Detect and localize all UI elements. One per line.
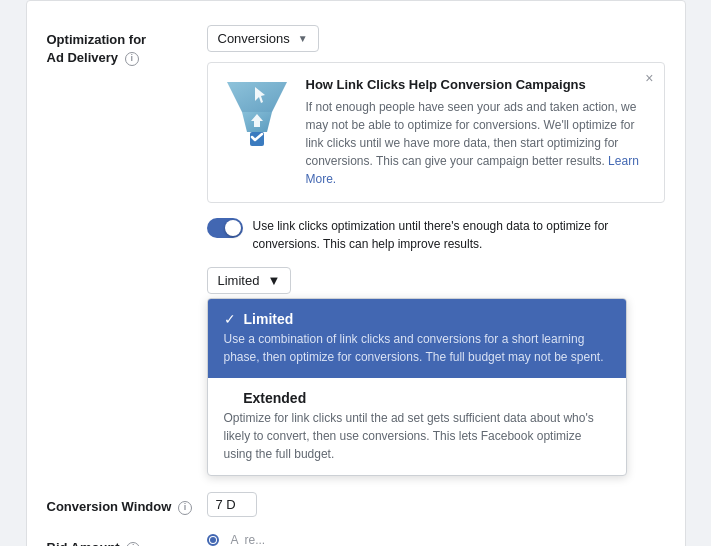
conversion-window-content: 7 D <box>207 492 665 517</box>
conversion-window-input[interactable]: 7 D <box>207 492 257 517</box>
limited-dropdown-chevron: ▼ <box>267 273 280 288</box>
menu-item-extended[interactable]: Extended Optimize for link clicks until … <box>208 378 626 475</box>
toggle-row: Use link clicks optimization until there… <box>207 217 665 253</box>
info-box-title: How Link Clicks Help Conversion Campaign… <box>306 77 648 92</box>
conversions-dropdown-label: Conversions <box>218 31 290 46</box>
conversion-window-info-icon[interactable]: i <box>178 501 192 515</box>
info-box: × <box>207 62 665 203</box>
bid-amount-label: Bid Amount i <box>47 533 207 546</box>
bid-auto-note: re... <box>245 533 266 546</box>
toggle-label: Use link clicks optimization until there… <box>253 217 665 253</box>
conversions-dropdown-button[interactable]: Conversions ▼ <box>207 25 319 52</box>
conversion-window-label: Conversion Window i <box>47 492 207 516</box>
bid-auto-label: A <box>231 533 239 546</box>
close-button[interactable]: × <box>645 71 653 85</box>
conversion-window-value: 7 D <box>207 492 665 517</box>
menu-item-extended-title: Extended <box>243 390 306 406</box>
menu-item-limited[interactable]: ✓ Limited Use a combination of link clic… <box>208 299 626 378</box>
info-box-body: If not enough people have seen your ads … <box>306 98 648 188</box>
menu-item-extended-desc: Optimize for link clicks until the ad se… <box>224 409 610 463</box>
info-box-text: How Link Clicks Help Conversion Campaign… <box>306 77 648 188</box>
menu-item-limited-title: Limited <box>244 311 294 327</box>
bid-amount-info-icon[interactable]: i <box>126 542 140 546</box>
check-mark-extended <box>224 390 236 406</box>
dropdown-menu: ✓ Limited Use a combination of link clic… <box>207 298 627 476</box>
main-container: Optimization forAd Delivery i Conversion… <box>26 0 686 546</box>
bid-amount-content: A re... M <box>207 533 665 546</box>
limited-dropdown-label: Limited <box>218 273 260 288</box>
optimization-content: Conversions ▼ × <box>207 25 665 476</box>
check-mark-limited: ✓ <box>224 311 236 327</box>
bid-amount-row: Bid Amount i A re... M <box>47 533 665 546</box>
menu-item-limited-desc: Use a combination of link clicks and con… <box>224 330 610 366</box>
optimization-info-icon[interactable]: i <box>125 52 139 66</box>
bid-auto-radio[interactable] <box>207 534 219 546</box>
link-clicks-toggle[interactable] <box>207 218 243 238</box>
conversions-dropdown-chevron: ▼ <box>298 33 308 44</box>
limited-dropdown-button[interactable]: Limited ▼ <box>207 267 292 294</box>
conversion-window-row: Conversion Window i 7 D <box>47 492 665 517</box>
funnel-icon <box>222 77 292 152</box>
optimization-row: Optimization forAd Delivery i Conversion… <box>47 25 665 476</box>
optimization-label: Optimization forAd Delivery i <box>47 25 207 67</box>
